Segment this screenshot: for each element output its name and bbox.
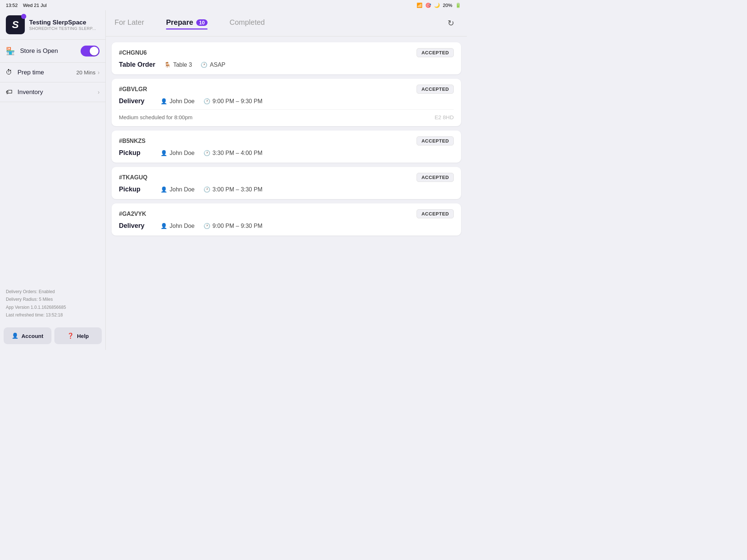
- accepted-badge: ACCEPTED: [417, 209, 454, 218]
- clock-icon: 🕐: [201, 62, 208, 68]
- account-button[interactable]: 👤 Account: [4, 327, 51, 344]
- inventory-chevron-icon: ›: [98, 89, 100, 96]
- tab-prepare-label: Prepare: [166, 18, 193, 27]
- refresh-button[interactable]: ↻: [444, 16, 458, 31]
- person-icon: 👤: [160, 98, 167, 105]
- order-type: Delivery: [119, 222, 152, 230]
- tab-prepare-badge: 10: [196, 19, 208, 26]
- order-footer: Medium scheduled for 8:00pm E2 8HD: [119, 114, 454, 120]
- order-note: Medium scheduled for 8:00pm: [119, 114, 193, 120]
- prep-time-right: 20 Mins ›: [76, 69, 100, 76]
- order-detail-text: John Doe: [170, 186, 195, 193]
- date-display: Wed 21 Jul: [23, 3, 47, 8]
- brand-info: Testing SlerpSpace SHOREDITCH TESTING SL…: [29, 19, 96, 31]
- order-type: Pickup: [119, 149, 152, 157]
- order-type: Table Order: [119, 61, 155, 69]
- order-card[interactable]: #CHGNU6 ACCEPTED Table Order 🪑 Table 3 🕐…: [112, 42, 461, 74]
- order-detail-text: John Doe: [170, 150, 195, 156]
- order-card[interactable]: #GBVLGR ACCEPTED Delivery 👤 John Doe 🕐 9…: [112, 79, 461, 126]
- tab-completed[interactable]: Completed: [229, 18, 265, 28]
- order-id: #TKAGUQ: [119, 174, 147, 181]
- order-detail-text: Table 3: [173, 62, 192, 68]
- main-layout: S Testing SlerpSpace SHOREDITCH TESTING …: [0, 10, 467, 350]
- chevron-right-icon: ›: [98, 69, 100, 76]
- app-version: App Version 1.0.1.1626856685: [6, 304, 100, 312]
- help-button[interactable]: ❓ Help: [54, 327, 102, 344]
- order-id: #CHGNU6: [119, 50, 147, 56]
- timer-icon: ⏱: [6, 69, 12, 76]
- account-icon: 👤: [12, 332, 19, 339]
- order-card-body: Table Order 🪑 Table 3 🕐 ASAP: [119, 61, 454, 69]
- accepted-badge: ACCEPTED: [417, 136, 454, 145]
- prep-time-left: ⏱ Prep time: [6, 69, 44, 76]
- store-label: Store is Open: [20, 47, 58, 55]
- time-display: 13:52: [6, 3, 18, 8]
- clock-icon: 🕐: [204, 98, 210, 105]
- order-card-body: Pickup 👤 John Doe 🕐 3:00 PM – 3:30 PM: [119, 186, 454, 193]
- brand-subtitle: SHOREDITCH TESTING SLERP...: [29, 26, 96, 31]
- store-toggle-item[interactable]: 🏪 Store is Open: [0, 40, 105, 62]
- order-card-body: Delivery 👤 John Doe 🕐 9:00 PM – 9:30 PM: [119, 97, 454, 105]
- brand-name: Testing SlerpSpace: [29, 19, 96, 26]
- order-card[interactable]: #GA2VYK ACCEPTED Delivery 👤 John Doe 🕐 9…: [112, 203, 461, 236]
- toggle-knob: [90, 47, 98, 55]
- person-icon: 👤: [160, 223, 167, 229]
- orders-list[interactable]: #CHGNU6 ACCEPTED Table Order 🪑 Table 3 🕐…: [106, 36, 467, 350]
- wifi-icon: 📶: [417, 3, 422, 8]
- prep-time-label: Prep time: [18, 69, 44, 76]
- tab-for-later[interactable]: For Later: [115, 18, 144, 28]
- store-icon: 🏪: [6, 47, 15, 55]
- logo-dot: [21, 14, 26, 19]
- order-detail: 🕐 3:30 PM – 4:00 PM: [204, 150, 263, 156]
- order-detail: 🕐 3:00 PM – 3:30 PM: [204, 186, 263, 193]
- order-id: #B5NKZS: [119, 138, 146, 144]
- store-toggle[interactable]: [81, 46, 100, 57]
- prep-time-item[interactable]: ⏱ Prep time 20 Mins ›: [0, 63, 105, 82]
- order-card-body: Pickup 👤 John Doe 🕐 3:30 PM – 4:00 PM: [119, 149, 454, 157]
- order-detail-text: John Doe: [170, 223, 195, 229]
- clock-icon: 🕐: [204, 150, 210, 156]
- order-card[interactable]: #TKAGUQ ACCEPTED Pickup 👤 John Doe 🕐 3:0…: [112, 167, 461, 199]
- order-detail-text: 9:00 PM – 9:30 PM: [213, 223, 263, 229]
- status-indicators: 📶 🎯 🌙 20% 🔋: [417, 3, 461, 8]
- target-icon: 🎯: [425, 3, 431, 8]
- order-detail: 👤 John Doe: [160, 186, 195, 193]
- order-id: #GA2VYK: [119, 211, 146, 217]
- refresh-icon: ↻: [448, 19, 454, 28]
- order-postcode: E2 8HD: [434, 114, 454, 120]
- sidebar-spacer: [0, 102, 105, 284]
- sidebar: S Testing SlerpSpace SHOREDITCH TESTING …: [0, 10, 106, 350]
- order-card-body: Delivery 👤 John Doe 🕐 9:00 PM – 9:30 PM: [119, 222, 454, 230]
- sidebar-header: S Testing SlerpSpace SHOREDITCH TESTING …: [0, 10, 105, 39]
- help-label: Help: [77, 333, 89, 339]
- order-detail-text: 3:30 PM – 4:00 PM: [213, 150, 263, 156]
- last-refreshed: Last refreshed time: 13:52:18: [6, 311, 100, 319]
- order-detail: 🕐 ASAP: [201, 62, 225, 68]
- account-label: Account: [22, 333, 43, 339]
- order-card[interactable]: #B5NKZS ACCEPTED Pickup 👤 John Doe 🕐 3:3…: [112, 131, 461, 163]
- order-detail: 🪑 Table 3: [164, 62, 192, 68]
- sidebar-footer: Delivery Orders: Enabled Delivery Radius…: [0, 284, 105, 324]
- tab-bar: For Later Prepare 10 Completed ↻: [106, 10, 467, 36]
- tab-prepare[interactable]: Prepare 10: [166, 18, 208, 28]
- inventory-label: Inventory: [18, 89, 43, 96]
- order-id: #GBVLGR: [119, 86, 147, 93]
- battery-icon: 🔋: [455, 3, 461, 8]
- inventory-item[interactable]: 🏷 Inventory ›: [0, 82, 105, 102]
- tab-for-later-label: For Later: [115, 18, 144, 27]
- status-bar: 13:52 Wed 21 Jul 📶 🎯 🌙 20% 🔋: [0, 0, 467, 10]
- tab-completed-label: Completed: [229, 18, 265, 27]
- order-detail-text: 3:00 PM – 3:30 PM: [213, 186, 263, 193]
- order-detail: 👤 John Doe: [160, 223, 195, 229]
- order-detail: 👤 John Doe: [160, 98, 195, 105]
- order-detail-text: John Doe: [170, 98, 195, 105]
- order-detail-text: 9:00 PM – 9:30 PM: [213, 98, 263, 105]
- logo-container: S: [6, 15, 25, 34]
- clock-icon: 🕐: [204, 223, 210, 229]
- tag-icon: 🏷: [6, 88, 12, 96]
- main-content: For Later Prepare 10 Completed ↻ #CHGNU6…: [106, 10, 467, 350]
- status-time: 13:52 Wed 21 Jul: [6, 3, 47, 8]
- accepted-badge: ACCEPTED: [417, 48, 454, 57]
- delivery-radius: Delivery Radius: 5 Miles: [6, 296, 100, 304]
- moon-icon: 🌙: [434, 3, 440, 8]
